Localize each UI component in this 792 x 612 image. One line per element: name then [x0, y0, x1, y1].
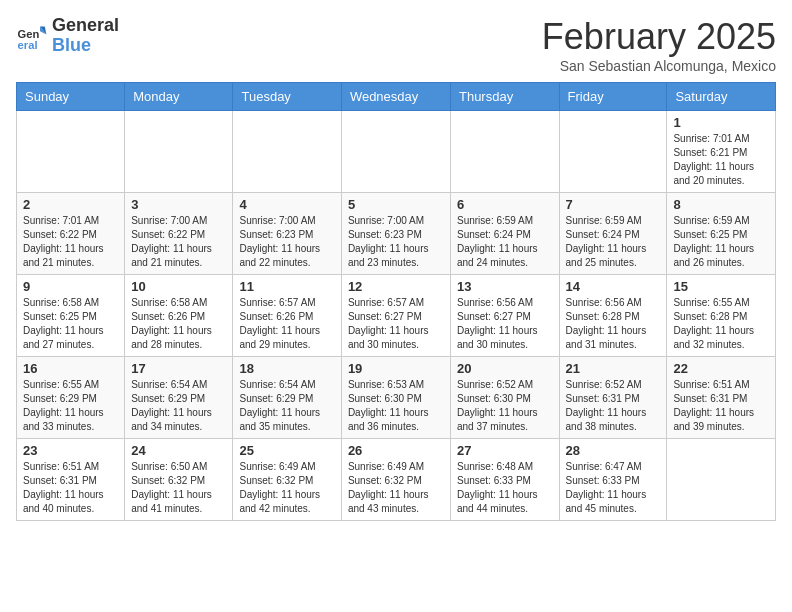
calendar-day-cell: [667, 439, 776, 521]
weekday-header-saturday: Saturday: [667, 83, 776, 111]
day-info: Sunrise: 7:00 AM Sunset: 6:22 PM Dayligh…: [131, 214, 226, 270]
calendar-week-row: 1Sunrise: 7:01 AM Sunset: 6:21 PM Daylig…: [17, 111, 776, 193]
calendar-day-cell: 2Sunrise: 7:01 AM Sunset: 6:22 PM Daylig…: [17, 193, 125, 275]
day-info: Sunrise: 6:52 AM Sunset: 6:31 PM Dayligh…: [566, 378, 661, 434]
day-info: Sunrise: 6:51 AM Sunset: 6:31 PM Dayligh…: [673, 378, 769, 434]
calendar-day-cell: 19Sunrise: 6:53 AM Sunset: 6:30 PM Dayli…: [341, 357, 450, 439]
day-info: Sunrise: 6:56 AM Sunset: 6:28 PM Dayligh…: [566, 296, 661, 352]
day-number: 2: [23, 197, 118, 212]
title-section: February 2025 San Sebastian Alcomunga, M…: [542, 16, 776, 74]
calendar-day-cell: 11Sunrise: 6:57 AM Sunset: 6:26 PM Dayli…: [233, 275, 341, 357]
day-number: 26: [348, 443, 444, 458]
calendar-day-cell: 20Sunrise: 6:52 AM Sunset: 6:30 PM Dayli…: [450, 357, 559, 439]
weekday-header-wednesday: Wednesday: [341, 83, 450, 111]
day-info: Sunrise: 6:54 AM Sunset: 6:29 PM Dayligh…: [239, 378, 334, 434]
day-info: Sunrise: 6:50 AM Sunset: 6:32 PM Dayligh…: [131, 460, 226, 516]
calendar-day-cell: 14Sunrise: 6:56 AM Sunset: 6:28 PM Dayli…: [559, 275, 667, 357]
calendar-day-cell: 15Sunrise: 6:55 AM Sunset: 6:28 PM Dayli…: [667, 275, 776, 357]
day-number: 7: [566, 197, 661, 212]
calendar-day-cell: [559, 111, 667, 193]
calendar-day-cell: 8Sunrise: 6:59 AM Sunset: 6:25 PM Daylig…: [667, 193, 776, 275]
logo: Gen eral General Blue: [16, 16, 119, 56]
day-info: Sunrise: 6:51 AM Sunset: 6:31 PM Dayligh…: [23, 460, 118, 516]
day-number: 17: [131, 361, 226, 376]
calendar-week-row: 23Sunrise: 6:51 AM Sunset: 6:31 PM Dayli…: [17, 439, 776, 521]
day-number: 13: [457, 279, 553, 294]
calendar-day-cell: [450, 111, 559, 193]
day-number: 12: [348, 279, 444, 294]
svg-text:Gen: Gen: [18, 27, 40, 39]
calendar-day-cell: 9Sunrise: 6:58 AM Sunset: 6:25 PM Daylig…: [17, 275, 125, 357]
calendar-day-cell: 1Sunrise: 7:01 AM Sunset: 6:21 PM Daylig…: [667, 111, 776, 193]
calendar-day-cell: 5Sunrise: 7:00 AM Sunset: 6:23 PM Daylig…: [341, 193, 450, 275]
weekday-header-tuesday: Tuesday: [233, 83, 341, 111]
day-info: Sunrise: 6:53 AM Sunset: 6:30 PM Dayligh…: [348, 378, 444, 434]
day-number: 9: [23, 279, 118, 294]
day-info: Sunrise: 6:59 AM Sunset: 6:25 PM Dayligh…: [673, 214, 769, 270]
day-info: Sunrise: 7:00 AM Sunset: 6:23 PM Dayligh…: [348, 214, 444, 270]
day-number: 15: [673, 279, 769, 294]
calendar-week-row: 16Sunrise: 6:55 AM Sunset: 6:29 PM Dayli…: [17, 357, 776, 439]
day-info: Sunrise: 6:47 AM Sunset: 6:33 PM Dayligh…: [566, 460, 661, 516]
day-info: Sunrise: 6:49 AM Sunset: 6:32 PM Dayligh…: [348, 460, 444, 516]
day-number: 11: [239, 279, 334, 294]
location-text: San Sebastian Alcomunga, Mexico: [542, 58, 776, 74]
day-info: Sunrise: 6:58 AM Sunset: 6:25 PM Dayligh…: [23, 296, 118, 352]
day-number: 24: [131, 443, 226, 458]
calendar-day-cell: 27Sunrise: 6:48 AM Sunset: 6:33 PM Dayli…: [450, 439, 559, 521]
day-number: 16: [23, 361, 118, 376]
day-info: Sunrise: 6:52 AM Sunset: 6:30 PM Dayligh…: [457, 378, 553, 434]
day-info: Sunrise: 6:55 AM Sunset: 6:29 PM Dayligh…: [23, 378, 118, 434]
day-number: 4: [239, 197, 334, 212]
calendar-table: SundayMondayTuesdayWednesdayThursdayFrid…: [16, 82, 776, 521]
day-info: Sunrise: 7:00 AM Sunset: 6:23 PM Dayligh…: [239, 214, 334, 270]
calendar-week-row: 2Sunrise: 7:01 AM Sunset: 6:22 PM Daylig…: [17, 193, 776, 275]
calendar-day-cell: 16Sunrise: 6:55 AM Sunset: 6:29 PM Dayli…: [17, 357, 125, 439]
day-number: 20: [457, 361, 553, 376]
calendar-day-cell: 24Sunrise: 6:50 AM Sunset: 6:32 PM Dayli…: [125, 439, 233, 521]
day-info: Sunrise: 6:57 AM Sunset: 6:27 PM Dayligh…: [348, 296, 444, 352]
calendar-day-cell: 10Sunrise: 6:58 AM Sunset: 6:26 PM Dayli…: [125, 275, 233, 357]
weekday-header-monday: Monday: [125, 83, 233, 111]
calendar-day-cell: 23Sunrise: 6:51 AM Sunset: 6:31 PM Dayli…: [17, 439, 125, 521]
page-header: Gen eral General Blue February 2025 San …: [16, 16, 776, 74]
day-info: Sunrise: 6:55 AM Sunset: 6:28 PM Dayligh…: [673, 296, 769, 352]
day-info: Sunrise: 6:56 AM Sunset: 6:27 PM Dayligh…: [457, 296, 553, 352]
calendar-day-cell: 25Sunrise: 6:49 AM Sunset: 6:32 PM Dayli…: [233, 439, 341, 521]
day-info: Sunrise: 6:49 AM Sunset: 6:32 PM Dayligh…: [239, 460, 334, 516]
calendar-day-cell: 7Sunrise: 6:59 AM Sunset: 6:24 PM Daylig…: [559, 193, 667, 275]
calendar-day-cell: [125, 111, 233, 193]
day-number: 28: [566, 443, 661, 458]
calendar-week-row: 9Sunrise: 6:58 AM Sunset: 6:25 PM Daylig…: [17, 275, 776, 357]
calendar-day-cell: 28Sunrise: 6:47 AM Sunset: 6:33 PM Dayli…: [559, 439, 667, 521]
day-number: 25: [239, 443, 334, 458]
day-info: Sunrise: 6:58 AM Sunset: 6:26 PM Dayligh…: [131, 296, 226, 352]
day-info: Sunrise: 6:59 AM Sunset: 6:24 PM Dayligh…: [457, 214, 553, 270]
day-number: 18: [239, 361, 334, 376]
day-number: 1: [673, 115, 769, 130]
calendar-day-cell: 26Sunrise: 6:49 AM Sunset: 6:32 PM Dayli…: [341, 439, 450, 521]
day-number: 10: [131, 279, 226, 294]
month-title: February 2025: [542, 16, 776, 58]
calendar-day-cell: [17, 111, 125, 193]
day-number: 3: [131, 197, 226, 212]
day-number: 22: [673, 361, 769, 376]
day-info: Sunrise: 6:54 AM Sunset: 6:29 PM Dayligh…: [131, 378, 226, 434]
calendar-day-cell: 6Sunrise: 6:59 AM Sunset: 6:24 PM Daylig…: [450, 193, 559, 275]
day-number: 27: [457, 443, 553, 458]
logo-icon: Gen eral: [16, 20, 48, 52]
weekday-header-thursday: Thursday: [450, 83, 559, 111]
calendar-day-cell: [341, 111, 450, 193]
weekday-header-sunday: Sunday: [17, 83, 125, 111]
calendar-day-cell: 13Sunrise: 6:56 AM Sunset: 6:27 PM Dayli…: [450, 275, 559, 357]
calendar-day-cell: [233, 111, 341, 193]
calendar-day-cell: 3Sunrise: 7:00 AM Sunset: 6:22 PM Daylig…: [125, 193, 233, 275]
logo-general-text: General: [52, 16, 119, 36]
logo-text: General Blue: [52, 16, 119, 56]
weekday-header-row: SundayMondayTuesdayWednesdayThursdayFrid…: [17, 83, 776, 111]
day-number: 8: [673, 197, 769, 212]
calendar-day-cell: 17Sunrise: 6:54 AM Sunset: 6:29 PM Dayli…: [125, 357, 233, 439]
day-number: 14: [566, 279, 661, 294]
calendar-day-cell: 18Sunrise: 6:54 AM Sunset: 6:29 PM Dayli…: [233, 357, 341, 439]
calendar-day-cell: 21Sunrise: 6:52 AM Sunset: 6:31 PM Dayli…: [559, 357, 667, 439]
